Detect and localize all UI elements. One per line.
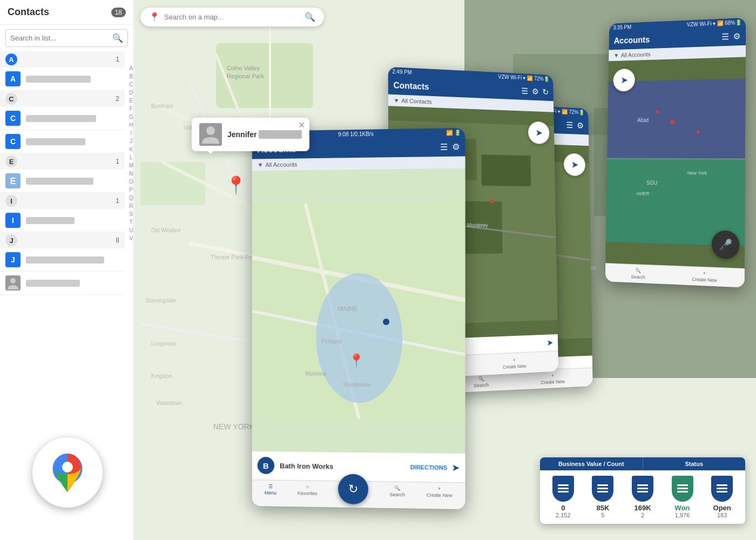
section-a[interactable]: A 1 xyxy=(0,51,125,68)
svg-rect-94 xyxy=(717,491,727,492)
sidebar-title: Contacts xyxy=(8,6,49,18)
svg-rect-89 xyxy=(677,484,688,486)
contacts-title: Contacts xyxy=(394,80,429,91)
svg-text:Sunningdale: Sunningdale xyxy=(146,298,176,303)
alpha-j[interactable]: J xyxy=(130,138,132,145)
section-e[interactable]: E 1 xyxy=(0,153,125,170)
map-search-input[interactable] xyxy=(164,13,305,21)
alpha-v[interactable]: V xyxy=(129,235,133,242)
alpha-t[interactable]: T xyxy=(130,219,133,226)
section-c-circle: C xyxy=(5,93,17,105)
alpha-m[interactable]: M xyxy=(129,162,133,170)
fab-button[interactable]: ↻ xyxy=(338,474,368,505)
accounts3-create[interactable]: + Create New xyxy=(692,270,717,283)
alpha-b[interactable]: B xyxy=(129,73,133,80)
alpha-i[interactable]: I xyxy=(130,130,132,137)
popup-close-button[interactable]: ✕ xyxy=(298,120,305,130)
alpha-k[interactable]: K xyxy=(129,146,133,153)
metric-count-2: 2 xyxy=(641,512,644,518)
svg-text:Colne Valley: Colne Valley xyxy=(227,65,260,71)
svg-text:Montreal: Montreal xyxy=(305,371,326,377)
contact-eric[interactable]: E Eric Grant Pierce xyxy=(0,170,125,193)
contact-photo[interactable]: Photo Contact xyxy=(0,272,125,295)
popup-name-blurred: ████████ xyxy=(259,130,301,139)
accounts2-list-icon[interactable]: ☰ xyxy=(566,120,573,130)
alpha-a[interactable]: A xyxy=(129,65,133,72)
metric-icon-1 xyxy=(592,476,613,502)
contact-photo-avatar xyxy=(5,275,21,291)
accounts3-map[interactable]: Altad SOU AMER New York ➤ 🎤 xyxy=(605,57,746,268)
svg-text:Sherbrooke: Sherbrooke xyxy=(343,382,371,388)
accounts3-filter-label[interactable]: All Accounts xyxy=(621,51,651,58)
alpha-d[interactable]: D xyxy=(129,89,133,97)
alpha-e[interactable]: E xyxy=(129,97,133,105)
metric-2: 169K 2 xyxy=(625,476,660,518)
alpha-s[interactable]: S xyxy=(129,211,133,218)
svg-text:Kingston: Kingston xyxy=(151,373,172,379)
search-icon-a3: 🔍 xyxy=(636,268,641,273)
alpha-u[interactable]: U xyxy=(129,227,133,234)
contact-ian[interactable]: I Ian Young xyxy=(0,209,125,232)
alpha-q[interactable]: Q xyxy=(129,194,133,202)
search-icon-btn[interactable]: 🔍 xyxy=(112,33,123,43)
svg-point-101 xyxy=(62,462,73,473)
svg-line-72 xyxy=(607,159,745,159)
section-i[interactable]: I 1 xyxy=(0,193,125,209)
svg-rect-85 xyxy=(597,491,608,492)
alpha-n[interactable]: N xyxy=(129,170,133,178)
contact-connor[interactable]: C Connor Blake xyxy=(0,130,125,153)
bottom-create[interactable]: + Create New xyxy=(427,486,453,506)
accounts2-search[interactable]: 🔍 Search xyxy=(474,376,489,388)
svg-rect-81 xyxy=(558,488,569,489)
accounts3-search[interactable]: 🔍 Search xyxy=(631,268,645,280)
section-a-circle: A xyxy=(5,53,17,65)
alpha-p[interactable]: P xyxy=(129,186,133,194)
alpha-o[interactable]: O xyxy=(129,178,133,186)
alpha-h[interactable]: H xyxy=(129,122,133,129)
contacts-refresh-icon[interactable]: ↻ xyxy=(542,87,549,97)
bottom-favorites[interactable]: ☆ Favorites xyxy=(298,484,318,503)
bottom-menu[interactable]: ☰ Menu xyxy=(265,484,276,503)
alpha-l[interactable]: L xyxy=(130,154,133,161)
contact-cameron[interactable]: C Cameron Lockett xyxy=(0,107,125,130)
search-bar[interactable]: 🔍 xyxy=(5,29,128,47)
alpha-f[interactable]: F xyxy=(130,105,133,113)
popup-info: Jennifer ████████ xyxy=(227,130,302,139)
alpha-r[interactable]: R xyxy=(129,202,133,210)
contacts-filter-label[interactable]: All Contacts xyxy=(401,97,432,105)
accounts2-create[interactable]: + Create New xyxy=(541,373,565,386)
contact-jackson[interactable]: J Jackson Schwartz Yale xyxy=(0,248,125,272)
bottom-search[interactable]: 🔍 Search xyxy=(389,485,405,505)
section-j[interactable]: J 8 xyxy=(0,232,125,248)
accounts2-settings-icon[interactable]: ⚙ xyxy=(577,120,584,130)
metric-1: 85K 5 xyxy=(585,476,621,518)
svg-rect-88 xyxy=(637,491,648,492)
phone-header-icons: ☰ ⚙ xyxy=(440,141,460,152)
contacts-create-btn[interactable]: + Create New xyxy=(503,357,526,370)
list-icon[interactable]: ☰ xyxy=(440,142,448,152)
svg-rect-82 xyxy=(558,491,569,492)
directions-link[interactable]: DIRECTIONS xyxy=(410,464,448,471)
accounts3-settings-icon[interactable]: ⚙ xyxy=(733,31,741,42)
map-pin-orange[interactable]: 📍 xyxy=(225,175,247,195)
filter-label[interactable]: All Accounts xyxy=(265,161,297,168)
phone-map-area[interactable]: MAINE Portland Montreal Sherbrooke 📍 xyxy=(252,168,465,454)
accounts3-mic-btn[interactable]: 🎤 xyxy=(712,230,740,259)
create-icon-a3: + xyxy=(703,271,706,276)
accounts3-list-icon[interactable]: ☰ xyxy=(721,32,729,42)
section-a-count: 1 xyxy=(116,56,119,63)
map-search-bar[interactable]: 📍 🔍 xyxy=(140,8,324,26)
map-search-submit[interactable]: 🔍 xyxy=(305,12,315,22)
search-input[interactable] xyxy=(10,34,112,42)
search-label-a2: Search xyxy=(474,382,489,388)
sidebar-count-badge: 18 xyxy=(111,8,126,17)
contacts-settings-icon[interactable]: ⚙ xyxy=(532,86,539,96)
contact-ashley[interactable]: A Ashley Harrison xyxy=(0,68,125,91)
alpha-c[interactable]: C xyxy=(129,81,133,89)
contacts-list-icon[interactable]: ☰ xyxy=(521,86,528,96)
section-c[interactable]: C 2 xyxy=(0,91,125,107)
alpha-g[interactable]: G xyxy=(129,113,133,121)
metric-value-0: 0 xyxy=(561,504,565,512)
settings-icon[interactable]: ⚙ xyxy=(452,141,460,152)
svg-rect-93 xyxy=(717,488,727,489)
